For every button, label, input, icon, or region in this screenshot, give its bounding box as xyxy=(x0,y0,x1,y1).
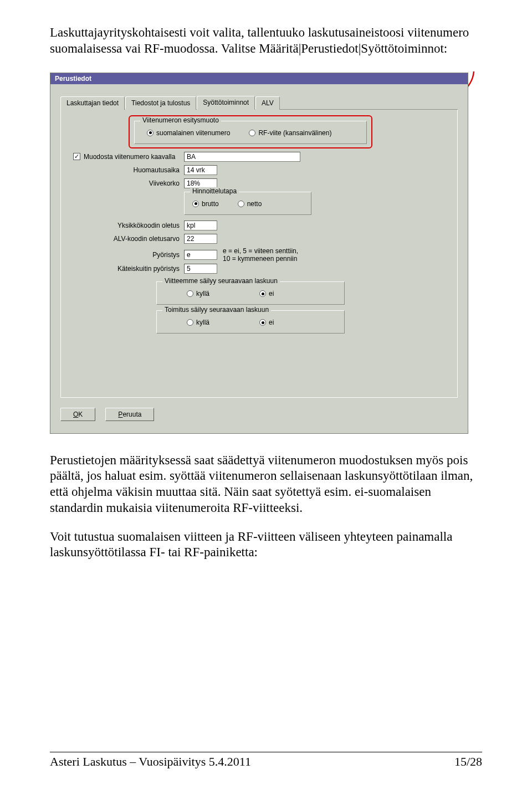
tab-strip: Laskuttajan tiedot Tiedostot ja tulostus… xyxy=(60,95,458,110)
input-huomautusaika[interactable] xyxy=(184,165,217,175)
radio-icon xyxy=(187,290,193,297)
footer-page-number: 15/28 xyxy=(454,755,482,769)
group-viitenumeron-esitysmuoto: Viitenumeron esitysmuoto suomalainen vii… xyxy=(134,121,367,144)
tab-page: Viitenumeron esitysmuoto suomalainen vii… xyxy=(60,110,458,398)
group-legend: Viitenumeron esitysmuoto xyxy=(140,116,221,124)
radio-toimitus-ei[interactable]: ei xyxy=(259,319,274,326)
perustiedot-dialog: Perustiedot Laskuttajan tiedot Tiedostot… xyxy=(50,73,468,434)
dialog-title: Perustiedot xyxy=(50,73,468,84)
intro-paragraph: Laskuttajayrityskohtaisesti voit valita,… xyxy=(50,25,482,57)
group-toimitus-sailyy: Toimitus säilyy seuraavaan laskuun kyllä… xyxy=(156,310,345,334)
radio-icon xyxy=(192,201,199,207)
cancel-button[interactable]: Peruuta xyxy=(105,408,154,421)
after-paragraph-1: Perustietojen määrityksessä saat säädett… xyxy=(50,453,482,516)
radio-viitteemme-ei[interactable]: ei xyxy=(259,290,274,298)
label-pyoristys: Pyöristys xyxy=(73,251,184,259)
tab-alv[interactable]: ALV xyxy=(255,96,280,110)
label-yksikkokoodi: Yksikkökoodin oletus xyxy=(73,222,184,229)
radio-viitteemme-kylla[interactable]: kyllä xyxy=(187,290,209,298)
group-legend: Toimitus säilyy seuraavaan laskuun xyxy=(162,306,271,314)
pyoristys-hint: e = ei, 5 = viiteen senttiin, 10 = kymme… xyxy=(223,247,298,263)
checkbox-label: Muodosta viitenumero kaavalla xyxy=(84,153,175,161)
radio-label: kyllä xyxy=(196,319,209,326)
tab-laskuttajan-tiedot[interactable]: Laskuttajan tiedot xyxy=(60,96,125,110)
input-pyoristys[interactable] xyxy=(184,250,217,260)
label-viivekorko: Viivekorko xyxy=(73,180,184,187)
radio-label: ei xyxy=(269,319,274,326)
radio-label: brutto xyxy=(202,200,219,208)
label-alv-oletus: ALV-koodin oletusarvo xyxy=(73,235,184,243)
label-kateiskuitti: Käteiskuitin pyöristys xyxy=(73,265,184,273)
radio-label: netto xyxy=(247,200,262,208)
group-hinnoittelutapa: Hinnoittelutapa brutto netto xyxy=(184,192,311,215)
radio-label: ei xyxy=(269,290,274,298)
radio-rf-viite[interactable]: RF-viite (kansainvälinen) xyxy=(249,129,331,137)
input-kateiskuitti[interactable] xyxy=(184,264,217,274)
input-yksikkokoodi[interactable] xyxy=(184,220,217,230)
radio-label: RF-viite (kansainvälinen) xyxy=(258,129,331,137)
radio-icon xyxy=(147,130,154,136)
footer-left: Asteri Laskutus – Vuosipäivitys 5.4.2011 xyxy=(50,755,251,769)
radio-toimitus-kylla[interactable]: kyllä xyxy=(187,319,209,326)
input-alv-oletus[interactable] xyxy=(184,234,217,244)
tab-tiedostot-ja-tulostus[interactable]: Tiedostot ja tulostus xyxy=(125,96,196,110)
radio-icon xyxy=(259,319,266,326)
radio-icon xyxy=(249,130,255,136)
radio-label: kyllä xyxy=(196,290,209,298)
radio-icon xyxy=(238,201,244,207)
checkbox-muodosta-viitenumero[interactable] xyxy=(73,153,80,160)
label-huomautusaika: Huomautusaika xyxy=(73,166,184,174)
input-kaava[interactable] xyxy=(184,152,300,162)
radio-icon xyxy=(259,290,266,297)
group-legend: Hinnoittelutapa xyxy=(190,187,239,195)
tab-syottotoiminnot[interactable]: Syöttötoiminnot xyxy=(197,96,255,110)
radio-label: suomalainen viitenumero xyxy=(156,129,230,137)
radio-brutto[interactable]: brutto xyxy=(192,200,219,208)
ok-button[interactable]: OK xyxy=(60,408,95,421)
group-viitteemme-sailyy: Viitteemme säilyy seuraavaan laskuun kyl… xyxy=(156,281,345,305)
radio-suomalainen-viitenumero[interactable]: suomalainen viitenumero xyxy=(147,129,230,137)
after-paragraph-2: Voit tutustua suomalaisen viitteen ja RF… xyxy=(50,529,482,561)
radio-icon xyxy=(187,319,193,326)
group-legend: Viitteemme säilyy seuraavaan laskuun xyxy=(162,277,280,285)
radio-netto[interactable]: netto xyxy=(238,200,262,208)
